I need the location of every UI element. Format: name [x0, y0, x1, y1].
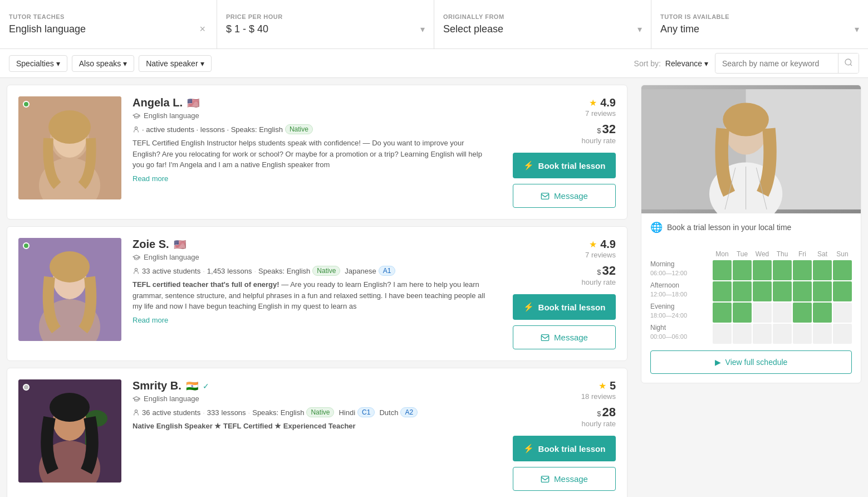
- schedule-grid: Mon Tue Wed Thu Fri Sat Sun Morning 06:0…: [641, 250, 861, 383]
- svg-rect-22: [541, 476, 548, 482]
- schedule-evening-row: Evening 18:00—24:00: [650, 303, 852, 323]
- tutor-subject: English language: [144, 253, 199, 261]
- rating-price: ★ 4.9 7 reviews $ 32 hourly rate: [582, 238, 616, 286]
- video-card: 🌐 Book a trial lesson in your local time…: [641, 85, 861, 383]
- secondary-filter-bar: Specialties ▾ Also speaks ▾ Native speak…: [0, 49, 868, 78]
- price-currency: $: [597, 410, 601, 418]
- sched-cell[interactable]: [713, 303, 732, 323]
- price-filter[interactable]: PRICE PER HOUR $ 1 - $ 40 ▾: [217, 0, 434, 48]
- search-button[interactable]: [838, 53, 859, 73]
- svg-rect-14: [541, 334, 548, 340]
- sort-label: Sort by:: [634, 59, 661, 68]
- sort-dropdown[interactable]: Sort by: Relevance ▾: [634, 59, 708, 68]
- read-more-link[interactable]: Read more: [133, 316, 168, 324]
- sched-cell[interactable]: [813, 260, 832, 280]
- night-label: Night 00:00—06:00: [650, 324, 712, 344]
- specialties-label: Specialties: [16, 59, 54, 68]
- read-more-link[interactable]: Read more: [133, 174, 168, 183]
- availability-filter[interactable]: TUTOR IS AVAILABLE Any time ▾: [651, 0, 868, 48]
- other-lang-badge1: C1: [357, 407, 375, 417]
- sched-cell[interactable]: [773, 303, 792, 323]
- sched-cell[interactable]: [713, 324, 732, 344]
- specialties-filter[interactable]: Specialties ▾: [9, 55, 67, 72]
- book-trial-button[interactable]: ⚡ Book trial lesson: [513, 153, 616, 178]
- teaches-filter[interactable]: TUTOR TEACHES English language ×: [0, 0, 217, 48]
- svg-point-7: [135, 126, 137, 129]
- sched-cell[interactable]: [833, 303, 852, 323]
- message-button[interactable]: Message: [513, 184, 616, 208]
- svg-point-20: [50, 393, 90, 422]
- sched-cell[interactable]: [733, 260, 752, 280]
- sched-cell[interactable]: [793, 281, 812, 301]
- sched-cell[interactable]: [773, 260, 792, 280]
- price-currency: $: [597, 268, 601, 276]
- tutor-card: Angela L. 🇺🇸 English language · active s…: [7, 85, 627, 220]
- sched-cell[interactable]: [753, 303, 772, 323]
- tutor-description: Native English Speaker ★ TEFL Certified …: [133, 421, 493, 432]
- tutor-name: Zoie S.: [133, 238, 169, 251]
- tutor-card: Smrity B. 🇮🇳 ✓ English language 36 activ…: [7, 368, 627, 497]
- sched-cell[interactable]: [833, 260, 852, 280]
- native-speaker-filter[interactable]: Native speaker ▾: [139, 55, 211, 72]
- local-time-text: Book a trial lesson in your local time: [667, 223, 791, 232]
- svg-rect-8: [541, 193, 548, 199]
- sched-cell[interactable]: [733, 324, 752, 344]
- search-box[interactable]: [715, 53, 859, 74]
- sched-cell[interactable]: [813, 281, 832, 301]
- day-tue: Tue: [733, 250, 752, 258]
- star-icon: ★: [589, 239, 597, 250]
- sched-cell[interactable]: [773, 281, 792, 301]
- tutor-actions: ★ 4.9 7 reviews $ 32 hourly rate ⚡ Book …: [504, 96, 616, 208]
- sched-cell[interactable]: [813, 324, 832, 344]
- message-icon: [541, 333, 550, 342]
- sched-cell[interactable]: [813, 303, 832, 323]
- book-trial-button[interactable]: ⚡ Book trial lesson: [513, 436, 616, 461]
- sched-cell[interactable]: [753, 260, 772, 280]
- clear-teaches-icon[interactable]: ×: [199, 23, 205, 35]
- other-lang: Japanese: [345, 267, 376, 275]
- svg-point-21: [135, 410, 137, 412]
- rating-number: 4.9: [600, 96, 616, 109]
- message-button[interactable]: Message: [513, 467, 616, 491]
- also-speaks-filter[interactable]: Also speaks ▾: [72, 55, 134, 72]
- afternoon-label: Afternoon 12:00—18:00: [650, 281, 712, 301]
- schedule-morning-row: Morning 06:00—12:00: [650, 260, 852, 280]
- sort-chevron-icon: ▾: [704, 59, 708, 68]
- availability-chevron-icon: ▾: [855, 24, 859, 35]
- sched-cell[interactable]: [833, 324, 852, 344]
- book-trial-button[interactable]: ⚡ Book trial lesson: [513, 294, 616, 320]
- native-badge: Native: [306, 407, 334, 417]
- active-students-num: 36: [142, 408, 150, 417]
- sched-cell[interactable]: [793, 260, 812, 280]
- message-label: Message: [554, 333, 588, 342]
- svg-point-0: [845, 59, 851, 65]
- lessons-label: lessons: [227, 267, 252, 275]
- sched-cell[interactable]: [793, 324, 812, 344]
- online-indicator: [23, 384, 30, 391]
- origin-label: ORIGINALLY FROM: [443, 13, 642, 20]
- tutor-info: Angela L. 🇺🇸 English language · active s…: [133, 96, 493, 208]
- sched-cell[interactable]: [793, 303, 812, 323]
- sched-cell[interactable]: [833, 281, 852, 301]
- sched-cell[interactable]: [713, 281, 732, 301]
- view-schedule-button[interactable]: ▶ View full schedule: [650, 350, 852, 374]
- sched-cell[interactable]: [733, 303, 752, 323]
- sched-cell[interactable]: [713, 260, 732, 280]
- sched-cell[interactable]: [773, 324, 792, 344]
- sched-cell[interactable]: [733, 281, 752, 301]
- search-input[interactable]: [715, 55, 838, 72]
- teaches-label: TUTOR TEACHES: [9, 13, 208, 20]
- day-wed: Wed: [753, 250, 772, 258]
- sched-cell[interactable]: [753, 281, 772, 301]
- filter-bar: TUTOR TEACHES English language × PRICE P…: [0, 0, 868, 49]
- origin-filter[interactable]: ORIGINALLY FROM Select please ▾: [434, 0, 651, 48]
- price-number: 32: [602, 264, 616, 278]
- sched-cell[interactable]: [753, 324, 772, 344]
- message-button[interactable]: Message: [513, 325, 616, 349]
- teaches-value: English language: [9, 23, 86, 35]
- active-students: · active students · lessons · Speaks: En…: [142, 125, 283, 134]
- tutor-name: Smrity B.: [133, 379, 182, 392]
- students-icon: [133, 409, 140, 416]
- video-thumbnail[interactable]: [641, 85, 861, 213]
- tutor-list: Angela L. 🇺🇸 English language · active s…: [0, 78, 634, 497]
